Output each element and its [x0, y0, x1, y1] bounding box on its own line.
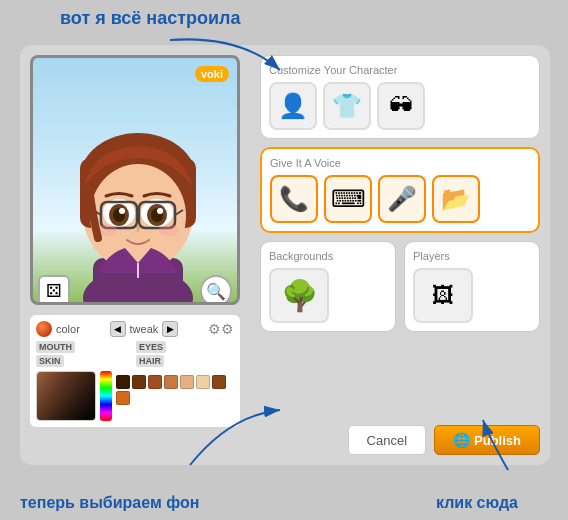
publish-label: Publish: [474, 433, 521, 448]
swatch-2[interactable]: [132, 375, 146, 389]
action-row: Cancel 🌐 Publish: [260, 421, 540, 455]
svg-point-22: [159, 224, 179, 236]
swatch-1[interactable]: [116, 375, 130, 389]
cancel-button[interactable]: Cancel: [348, 425, 426, 455]
person-button[interactable]: 👤: [269, 82, 317, 130]
mouth-label[interactable]: MOUTH: [36, 341, 75, 353]
mic-button[interactable]: 🎤: [378, 175, 426, 223]
right-panel: Customize Your Character 👤 👕 🕶 Give It A…: [260, 55, 540, 455]
color-picker-area: [36, 371, 234, 421]
hair-label[interactable]: HAIR: [136, 355, 164, 367]
tweak-next-button[interactable]: ▶: [162, 321, 178, 337]
keyboard-icon: ⌨: [331, 185, 366, 213]
dice-icon: ⚄: [46, 280, 62, 302]
players-title: Players: [413, 250, 531, 262]
voice-icon-row: 📞 ⌨ 🎤 📂: [270, 175, 530, 223]
color-gradient[interactable]: [36, 371, 96, 421]
tweak-label: tweak: [130, 323, 159, 335]
customize-title: Customize Your Character: [269, 64, 531, 76]
skin-label[interactable]: SKIN: [36, 355, 64, 367]
color-label: color: [56, 323, 80, 335]
bottom-row: Backgrounds 🌳 Players 🖼: [260, 241, 540, 332]
swatch-5[interactable]: [180, 375, 194, 389]
backgrounds-section: Backgrounds 🌳: [260, 241, 396, 332]
annotation-bottom-right: клик сюда: [436, 494, 518, 512]
swatch-8[interactable]: [116, 391, 130, 405]
eyes-label[interactable]: EYES: [136, 341, 166, 353]
swatch-3[interactable]: [148, 375, 162, 389]
keyboard-button[interactable]: ⌨: [324, 175, 372, 223]
color-panel: color ◀ tweak ▶ ⚙⚙ MOUTH EYES SKIN HAIR: [30, 315, 240, 427]
annotation-top: вот я всё настроила: [60, 8, 241, 29]
phone-icon: 📞: [279, 185, 309, 213]
tweak-prev-button[interactable]: ◀: [110, 321, 126, 337]
globe-icon: 🌐: [453, 432, 470, 448]
search-button[interactable]: 🔍: [200, 275, 232, 305]
swatch-6[interactable]: [196, 375, 210, 389]
glasses-icon: 🕶: [389, 92, 413, 120]
players-button[interactable]: 🖼: [413, 268, 473, 323]
character-svg: [33, 58, 240, 305]
character-panel: voki: [30, 55, 250, 455]
glasses-button[interactable]: 🕶: [377, 82, 425, 130]
folder-icon: 📂: [441, 185, 471, 213]
backgrounds-button[interactable]: 🌳: [269, 268, 329, 323]
swatch-7[interactable]: [212, 375, 226, 389]
customize-icon-row: 👤 👕 🕶: [269, 82, 531, 130]
backgrounds-title: Backgrounds: [269, 250, 387, 262]
color-spectrum[interactable]: [100, 371, 112, 421]
person-icon: 👤: [278, 92, 308, 120]
gear-icon[interactable]: ⚙⚙: [208, 321, 234, 337]
tree-icon: 🌳: [281, 278, 318, 313]
mic-icon: 🎤: [387, 185, 417, 213]
color-swatches: [116, 375, 234, 405]
main-panel: voki: [20, 45, 550, 465]
svg-point-15: [157, 208, 163, 214]
character-display: voki: [30, 55, 240, 305]
tweak-controls: ◀ tweak ▶: [110, 321, 179, 337]
color-dot: [36, 321, 52, 337]
annotation-bottom-left: теперь выбираем фон: [20, 494, 199, 512]
shirt-icon: 👕: [332, 92, 362, 120]
dice-button[interactable]: ⚄: [38, 275, 70, 305]
search-icon: 🔍: [206, 282, 226, 301]
customize-section: Customize Your Character 👤 👕 🕶: [260, 55, 540, 139]
swatch-4[interactable]: [164, 375, 178, 389]
voice-section: Give It A Voice 📞 ⌨ 🎤 📂: [260, 147, 540, 233]
player-icon: 🖼: [432, 283, 454, 309]
svg-point-11: [119, 208, 125, 214]
shirt-button[interactable]: 👕: [323, 82, 371, 130]
folder-button[interactable]: 📂: [432, 175, 480, 223]
voice-title: Give It A Voice: [270, 157, 530, 169]
publish-button[interactable]: 🌐 Publish: [434, 425, 540, 455]
phone-button[interactable]: 📞: [270, 175, 318, 223]
players-section: Players 🖼: [404, 241, 540, 332]
color-attrs: MOUTH EYES SKIN HAIR: [36, 341, 234, 367]
